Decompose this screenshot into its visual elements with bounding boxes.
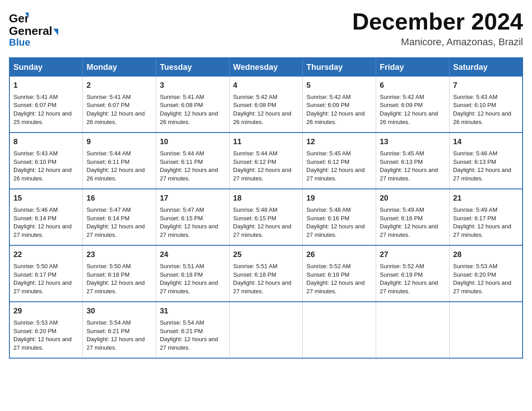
day-info: Sunrise: 5:45 AMSunset: 6:12 PMDaylight:… bbox=[306, 150, 365, 182]
day-info: Sunrise: 5:41 AMSunset: 6:07 PMDaylight:… bbox=[13, 94, 72, 126]
location-label: Manicore, Amazonas, Brazil bbox=[352, 36, 523, 48]
day-number: 26 bbox=[306, 249, 372, 261]
day-info: Sunrise: 5:41 AMSunset: 6:08 PMDaylight:… bbox=[160, 94, 218, 126]
calendar-day-cell: 30Sunrise: 5:54 AMSunset: 6:21 PMDayligh… bbox=[83, 302, 156, 358]
day-number: 12 bbox=[306, 137, 372, 148]
day-info: Sunrise: 5:50 AMSunset: 6:17 PMDaylight:… bbox=[13, 263, 72, 295]
calendar-day-cell: 5Sunrise: 5:42 AMSunset: 6:09 PMDaylight… bbox=[303, 77, 376, 133]
day-info: Sunrise: 5:52 AMSunset: 6:19 PMDaylight:… bbox=[380, 263, 438, 295]
day-number: 23 bbox=[86, 249, 152, 261]
day-number: 4 bbox=[233, 80, 299, 91]
day-number: 28 bbox=[453, 249, 519, 261]
day-info: Sunrise: 5:42 AMSunset: 6:09 PMDaylight:… bbox=[380, 94, 438, 126]
calendar-day-cell bbox=[229, 302, 303, 358]
header-monday: Monday bbox=[83, 58, 156, 77]
header-sunday: Sunday bbox=[9, 58, 83, 77]
day-info: Sunrise: 5:50 AMSunset: 6:18 PMDaylight:… bbox=[86, 263, 145, 295]
calendar-day-cell: 11Sunrise: 5:44 AMSunset: 6:12 PMDayligh… bbox=[229, 133, 303, 189]
day-info: Sunrise: 5:47 AMSunset: 6:14 PMDaylight:… bbox=[86, 206, 145, 239]
day-info: Sunrise: 5:43 AMSunset: 6:10 PMDaylight:… bbox=[13, 150, 72, 182]
calendar-day-cell: 23Sunrise: 5:50 AMSunset: 6:18 PMDayligh… bbox=[83, 245, 156, 302]
day-number: 27 bbox=[380, 249, 446, 261]
day-number: 10 bbox=[160, 137, 226, 148]
day-number: 25 bbox=[233, 249, 299, 261]
day-info: Sunrise: 5:47 AMSunset: 6:15 PMDaylight:… bbox=[160, 206, 218, 239]
day-info: Sunrise: 5:53 AMSunset: 6:20 PMDaylight:… bbox=[13, 319, 72, 351]
day-info: Sunrise: 5:45 AMSunset: 6:13 PMDaylight:… bbox=[380, 150, 438, 182]
day-info: Sunrise: 5:48 AMSunset: 6:15 PMDaylight:… bbox=[233, 206, 292, 239]
calendar-day-cell: 9Sunrise: 5:44 AMSunset: 6:11 PMDaylight… bbox=[83, 133, 156, 189]
calendar-day-cell: 16Sunrise: 5:47 AMSunset: 6:14 PMDayligh… bbox=[83, 189, 156, 245]
header-saturday: Saturday bbox=[449, 58, 523, 77]
calendar-day-cell: 1Sunrise: 5:41 AMSunset: 6:07 PMDaylight… bbox=[9, 77, 83, 133]
day-number: 2 bbox=[86, 80, 152, 91]
day-info: Sunrise: 5:46 AMSunset: 6:13 PMDaylight:… bbox=[453, 150, 511, 182]
day-number: 30 bbox=[86, 306, 152, 317]
day-number: 19 bbox=[306, 193, 372, 204]
day-number: 18 bbox=[233, 193, 299, 204]
calendar-day-cell: 28Sunrise: 5:53 AMSunset: 6:20 PMDayligh… bbox=[449, 245, 523, 302]
day-number: 8 bbox=[13, 137, 79, 148]
calendar-day-cell: 10Sunrise: 5:44 AMSunset: 6:11 PMDayligh… bbox=[156, 133, 229, 189]
day-info: Sunrise: 5:43 AMSunset: 6:10 PMDaylight:… bbox=[453, 94, 511, 126]
calendar-day-cell: 19Sunrise: 5:48 AMSunset: 6:16 PMDayligh… bbox=[303, 189, 376, 245]
calendar-day-cell: 6Sunrise: 5:42 AMSunset: 6:09 PMDaylight… bbox=[376, 77, 450, 133]
calendar-day-cell: 14Sunrise: 5:46 AMSunset: 6:13 PMDayligh… bbox=[449, 133, 523, 189]
day-number: 16 bbox=[86, 193, 152, 204]
logo-general-text: General bbox=[9, 24, 52, 38]
day-info: Sunrise: 5:53 AMSunset: 6:20 PMDaylight:… bbox=[453, 263, 511, 295]
calendar-day-cell: 20Sunrise: 5:49 AMSunset: 6:16 PMDayligh… bbox=[376, 189, 450, 245]
day-info: Sunrise: 5:54 AMSunset: 6:21 PMDaylight:… bbox=[86, 319, 145, 351]
day-info: Sunrise: 5:44 AMSunset: 6:11 PMDaylight:… bbox=[160, 150, 218, 182]
day-number: 1 bbox=[13, 80, 79, 91]
weekday-header-row: Sunday Monday Tuesday Wednesday Thursday… bbox=[9, 58, 523, 77]
day-info: Sunrise: 5:44 AMSunset: 6:11 PMDaylight:… bbox=[86, 150, 145, 182]
day-info: Sunrise: 5:44 AMSunset: 6:12 PMDaylight:… bbox=[233, 150, 292, 182]
calendar-week-row: 8Sunrise: 5:43 AMSunset: 6:10 PMDaylight… bbox=[9, 133, 523, 189]
day-number: 9 bbox=[86, 137, 152, 148]
header-thursday: Thursday bbox=[303, 58, 376, 77]
calendar-day-cell: 13Sunrise: 5:45 AMSunset: 6:13 PMDayligh… bbox=[376, 133, 450, 189]
day-info: Sunrise: 5:51 AMSunset: 6:18 PMDaylight:… bbox=[233, 263, 292, 295]
day-info: Sunrise: 5:41 AMSunset: 6:07 PMDaylight:… bbox=[86, 94, 145, 126]
day-number: 31 bbox=[160, 306, 226, 317]
calendar-day-cell bbox=[303, 302, 376, 358]
day-number: 14 bbox=[453, 137, 519, 148]
calendar-week-row: 1Sunrise: 5:41 AMSunset: 6:07 PMDaylight… bbox=[9, 77, 523, 133]
calendar-week-row: 22Sunrise: 5:50 AMSunset: 6:17 PMDayligh… bbox=[9, 245, 523, 302]
calendar-day-cell: 26Sunrise: 5:52 AMSunset: 6:19 PMDayligh… bbox=[303, 245, 376, 302]
calendar-day-cell: 17Sunrise: 5:47 AMSunset: 6:15 PMDayligh… bbox=[156, 189, 229, 245]
calendar-day-cell: 8Sunrise: 5:43 AMSunset: 6:10 PMDaylight… bbox=[9, 133, 83, 189]
calendar-day-cell: 18Sunrise: 5:48 AMSunset: 6:15 PMDayligh… bbox=[229, 189, 303, 245]
day-number: 17 bbox=[160, 193, 226, 204]
logo-blue-text: Blue bbox=[9, 37, 30, 48]
calendar-table: Sunday Monday Tuesday Wednesday Thursday… bbox=[9, 57, 523, 359]
calendar-day-cell: 12Sunrise: 5:45 AMSunset: 6:12 PMDayligh… bbox=[303, 133, 376, 189]
calendar-day-cell: 2Sunrise: 5:41 AMSunset: 6:07 PMDaylight… bbox=[83, 77, 156, 133]
calendar-day-cell: 22Sunrise: 5:50 AMSunset: 6:17 PMDayligh… bbox=[9, 245, 83, 302]
day-number: 24 bbox=[160, 249, 226, 261]
calendar-day-cell bbox=[376, 302, 450, 358]
logo: General General Blue bbox=[9, 9, 58, 48]
day-number: 21 bbox=[453, 193, 519, 204]
day-info: Sunrise: 5:42 AMSunset: 6:09 PMDaylight:… bbox=[306, 94, 365, 126]
header-tuesday: Tuesday bbox=[156, 58, 229, 77]
calendar-day-cell: 29Sunrise: 5:53 AMSunset: 6:20 PMDayligh… bbox=[9, 302, 83, 358]
calendar-day-cell: 31Sunrise: 5:54 AMSunset: 6:21 PMDayligh… bbox=[156, 302, 229, 358]
calendar-day-cell: 3Sunrise: 5:41 AMSunset: 6:08 PMDaylight… bbox=[156, 77, 229, 133]
calendar-day-cell: 27Sunrise: 5:52 AMSunset: 6:19 PMDayligh… bbox=[376, 245, 450, 302]
calendar-day-cell: 21Sunrise: 5:49 AMSunset: 6:17 PMDayligh… bbox=[449, 189, 523, 245]
page-header: General General Blue December 2024 Manic… bbox=[9, 9, 523, 48]
day-number: 6 bbox=[380, 80, 446, 91]
calendar-day-cell: 15Sunrise: 5:46 AMSunset: 6:14 PMDayligh… bbox=[9, 189, 83, 245]
day-number: 5 bbox=[306, 80, 372, 91]
calendar-week-row: 15Sunrise: 5:46 AMSunset: 6:14 PMDayligh… bbox=[9, 189, 523, 245]
svg-text:General: General bbox=[9, 12, 29, 25]
day-info: Sunrise: 5:48 AMSunset: 6:16 PMDaylight:… bbox=[306, 206, 365, 239]
calendar-day-cell: 4Sunrise: 5:42 AMSunset: 6:08 PMDaylight… bbox=[229, 77, 303, 133]
day-info: Sunrise: 5:52 AMSunset: 6:19 PMDaylight:… bbox=[306, 263, 365, 295]
calendar-day-cell: 7Sunrise: 5:43 AMSunset: 6:10 PMDaylight… bbox=[449, 77, 523, 133]
calendar-day-cell: 24Sunrise: 5:51 AMSunset: 6:18 PMDayligh… bbox=[156, 245, 229, 302]
day-number: 29 bbox=[13, 306, 79, 317]
day-number: 7 bbox=[453, 80, 519, 91]
